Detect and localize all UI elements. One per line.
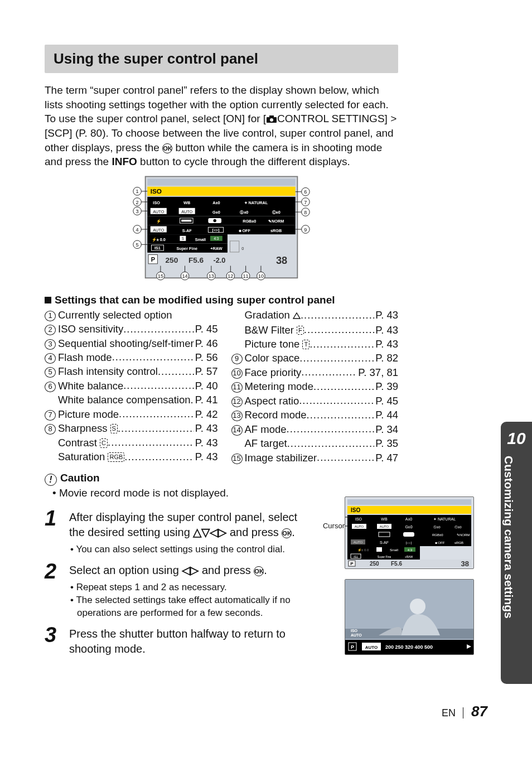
settings-row: 13Record mode P. 44 — [231, 408, 398, 422]
setting-page-ref: P. 40 — [194, 379, 218, 393]
svg-text:5: 5 — [136, 242, 139, 248]
setting-page-ref: P. 45 — [374, 394, 398, 408]
svg-text:⚡± 0.0: ⚡± 0.0 — [357, 548, 369, 552]
svg-text:AUTO: AUTO — [351, 633, 362, 637]
leader-dots — [287, 422, 375, 433]
leader-dots — [287, 437, 375, 447]
svg-rect-132 — [376, 547, 382, 552]
setting-page-ref: P. 44 — [374, 408, 398, 422]
svg-text:RGB±0: RGB±0 — [243, 219, 256, 224]
rgb-icon: RGB — [108, 452, 124, 462]
svg-text:F5.6: F5.6 — [391, 561, 402, 567]
svg-text:✦ NATURAL: ✦ NATURAL — [433, 517, 456, 521]
svg-text:13: 13 — [209, 273, 214, 279]
intro-paragraph: The term “super control panel” refers to… — [45, 83, 398, 169]
callout-number: 5 — [45, 367, 56, 378]
leader-dots — [108, 436, 194, 446]
callout-number: 3 — [45, 339, 56, 350]
t-circle-icon: T — [302, 340, 309, 349]
step-sub-bullet: Repeat steps 1 and 2 as necessary. — [77, 581, 326, 594]
leader-dots — [123, 322, 194, 333]
setting-label: 6White balance — [45, 379, 123, 393]
cursor-label: Cursor — [323, 521, 345, 531]
setting-label: 1Currently selected option — [45, 308, 172, 322]
callout-number: 10 — [231, 368, 243, 379]
svg-text:Super Fine: Super Fine — [378, 555, 391, 558]
svg-text:AUTO: AUTO — [181, 209, 192, 214]
svg-text:✎NORM: ✎NORM — [457, 533, 470, 537]
svg-text:38: 38 — [276, 255, 287, 266]
leader-dots — [119, 407, 194, 418]
svg-text:38: 38 — [461, 560, 469, 568]
callout-number: 14 — [231, 425, 243, 436]
svg-rect-102 — [347, 499, 471, 505]
svg-text:+RAW: +RAW — [405, 555, 413, 558]
settings-heading: Settings that can be modified using supe… — [45, 293, 398, 307]
settings-row: Contrast CP. 43 — [58, 436, 218, 450]
settings-row: 2ISO sensitivity P. 45 — [45, 322, 218, 336]
svg-text:P: P — [151, 256, 155, 263]
svg-text:ISO: ISO — [351, 629, 358, 633]
svg-rect-120 — [403, 532, 414, 537]
svg-text:Small: Small — [390, 548, 398, 552]
svg-text:-2.0: -2.0 — [213, 256, 225, 264]
caution-block: !Caution Movie record mode is not displa… — [45, 471, 398, 500]
svg-text:Ⓒ±0: Ⓒ±0 — [272, 210, 280, 215]
svg-text:7: 7 — [304, 199, 307, 205]
svg-text:☻OFF: ☻OFF — [238, 228, 251, 233]
settings-row: 5Flash intensity control P. 57 — [45, 365, 218, 379]
settings-row: 9Color space P. 82 — [231, 351, 398, 365]
intro-text-4: button to cycle through the different di… — [137, 156, 350, 167]
leader-dots — [301, 308, 374, 319]
svg-text:A±0: A±0 — [405, 517, 413, 521]
svg-text:S: S — [182, 237, 184, 240]
setting-page-ref: P. 37, 81 — [357, 366, 398, 380]
setting-label: Gradation — [245, 308, 301, 323]
gradation-icon — [293, 309, 301, 323]
setting-label: 14AF mode — [231, 423, 287, 437]
leader-dots — [307, 408, 375, 419]
svg-text:4: 4 — [136, 227, 139, 233]
callout-number: 1 — [45, 311, 56, 321]
setting-page-ref: P. 39 — [374, 380, 398, 394]
setting-page-ref: P. 46 — [194, 337, 218, 351]
svg-text:14: 14 — [182, 273, 187, 279]
svg-text:4:3: 4:3 — [408, 548, 413, 552]
step-number: 2 — [45, 561, 69, 620]
svg-text:Ⓒ±0: Ⓒ±0 — [454, 525, 462, 529]
leader-dots — [309, 337, 374, 348]
scp-small-figure: ISO ISO WB A±0 ✦ NATURAL AUTO AUTO G±0 Ⓢ… — [345, 496, 474, 569]
setting-label: 7Picture mode — [45, 408, 119, 422]
callout-number: 2 — [45, 325, 56, 335]
footer-page-number: 87 — [471, 703, 487, 720]
step-sub-bullet: You can also select settings using the c… — [77, 543, 303, 556]
caution-title: Caution — [60, 472, 100, 484]
c-circle-icon: C — [100, 438, 108, 448]
svg-text:200  250 320 400 500: 200 250 320 400 500 — [385, 644, 433, 650]
page-title: Using the super control panel — [45, 45, 398, 73]
svg-rect-4 — [147, 179, 295, 186]
svg-text:3: 3 — [136, 209, 139, 214]
settings-row: Saturation RGBP. 43 — [58, 450, 218, 464]
svg-text:[·∷·]: [·∷·] — [212, 228, 220, 233]
svg-text:ISO: ISO — [151, 187, 162, 195]
arrow-leftright-icon: ◁▷ — [182, 564, 199, 576]
settings-row: 3Sequential shooting/self-timer P. 46 — [45, 336, 218, 350]
settings-row: 12Aspect ratio P. 45 — [231, 394, 398, 408]
step-body: Press the shutter button halfway to retu… — [69, 626, 315, 657]
svg-text:sRGB: sRGB — [454, 541, 463, 544]
callout-number: 8 — [45, 424, 56, 435]
settings-row: B&W Filter FP. 43 — [245, 323, 398, 337]
setting-label: Contrast C — [58, 436, 108, 450]
ok-button-icon: OK — [254, 566, 264, 576]
square-bullet-icon — [45, 297, 51, 303]
step-body: Select an option using ◁▷ and press OK. — [69, 563, 326, 578]
svg-text:12: 12 — [228, 273, 233, 279]
setting-label: Saturation RGB — [58, 450, 124, 464]
svg-text:10: 10 — [258, 273, 264, 279]
setting-label: 15Image stabilizer — [231, 451, 317, 465]
svg-text:15: 15 — [158, 273, 163, 279]
svg-rect-5 — [147, 187, 295, 196]
camera-icon — [266, 113, 277, 124]
setting-page-ref: P. 45 — [194, 322, 218, 336]
